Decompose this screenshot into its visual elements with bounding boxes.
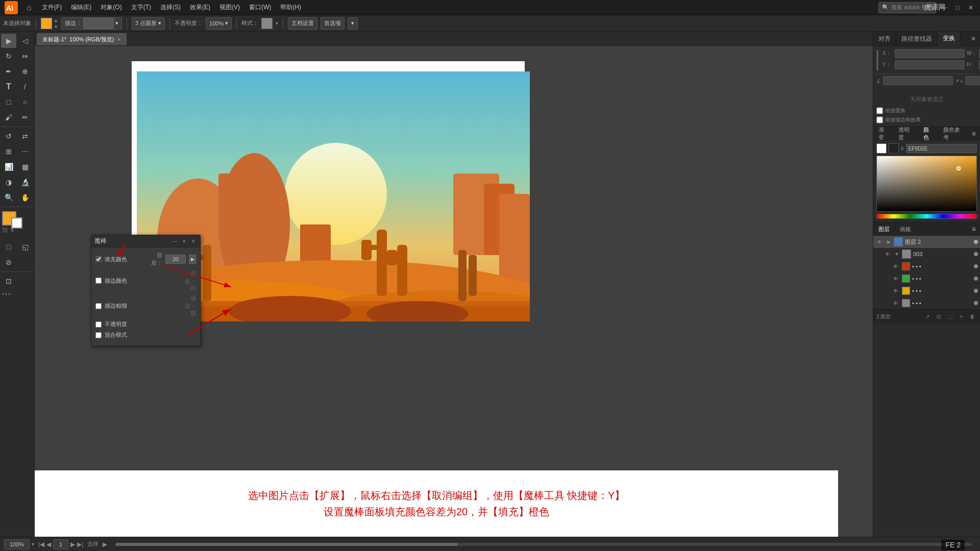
opacity-checkbox[interactable]: [95, 321, 102, 328]
layer-2-item[interactable]: 👁 ▶ 图层 2: [873, 236, 980, 248]
scale-corners-checkbox[interactable]: [876, 107, 883, 114]
reference-point-grid[interactable]: [876, 50, 878, 70]
none-swatch[interactable]: ⊘: [1, 255, 16, 269]
layer-green-eye-icon[interactable]: 👁: [892, 274, 900, 283]
layer-color-red[interactable]: 👁 • • •: [873, 260, 980, 272]
prefs-extra-btn[interactable]: ▾: [348, 17, 358, 30]
rotate-tool[interactable]: ↻: [1, 49, 16, 63]
doc-settings-btn[interactable]: 文档设置: [288, 17, 317, 30]
tab-layers[interactable]: 图层: [873, 222, 895, 236]
tab-artboards[interactable]: 画板: [895, 222, 916, 236]
x-input[interactable]: [895, 49, 965, 58]
point-selector[interactable]: 3 点圆形 ▾: [132, 17, 165, 30]
layer-003-item[interactable]: 👁 ▼ 003: [873, 248, 980, 260]
close-btn[interactable]: ✕: [966, 3, 976, 13]
pen-tool[interactable]: ✒: [1, 64, 16, 79]
home-icon[interactable]: ⌂: [21, 1, 37, 15]
gradient-tool[interactable]: ◑: [1, 175, 16, 189]
layer-003-eye-icon[interactable]: 👁: [884, 250, 892, 258]
maximize-btn[interactable]: □: [952, 3, 963, 13]
layer-color-gray[interactable]: 👁 • • •: [873, 297, 980, 309]
tab-close-btn[interactable]: ✕: [117, 37, 121, 42]
panel-minimize-btn[interactable]: —: [172, 238, 179, 245]
eyedropper-tool[interactable]: 🔬: [17, 175, 33, 189]
y-input[interactable]: [895, 60, 965, 69]
layer-yellow-eye-icon[interactable]: 👁: [892, 287, 900, 295]
page-first-btn[interactable]: |◀: [38, 541, 44, 548]
menu-file[interactable]: 文件(F): [38, 2, 66, 13]
color-picker-dot[interactable]: [957, 166, 961, 170]
mirror-tool[interactable]: ⇄: [17, 129, 33, 143]
black-swatch[interactable]: [889, 143, 899, 154]
color-gradient-picker[interactable]: [876, 156, 977, 212]
menu-select[interactable]: 选择(S): [156, 2, 185, 13]
layer-color-green[interactable]: 👁 • • •: [873, 272, 980, 285]
gradient-swatch[interactable]: ◱: [17, 240, 33, 254]
line-tool[interactable]: /: [17, 80, 33, 94]
scale-tool[interactable]: ⊞: [1, 144, 16, 159]
rect-tool[interactable]: □: [1, 95, 16, 109]
brush-tool[interactable]: 🖌: [1, 110, 16, 124]
play-btn[interactable]: ▶: [103, 541, 107, 548]
shear-input[interactable]: [965, 76, 980, 85]
transform-tool[interactable]: ⇔: [17, 49, 33, 63]
hex-input[interactable]: [906, 144, 977, 153]
pencil-tool[interactable]: ✏: [17, 110, 33, 124]
menu-text[interactable]: 文字(T): [127, 2, 155, 13]
layers-delete-btn[interactable]: 🗑: [968, 312, 977, 321]
swap-colors-icon[interactable]: ⇅: [10, 228, 14, 233]
background-color[interactable]: [11, 217, 22, 229]
zoom-tool[interactable]: 🔍: [1, 190, 16, 205]
menu-edit[interactable]: 编辑(E): [67, 2, 95, 13]
menu-object[interactable]: 对象(O): [96, 2, 126, 13]
anchor-tool[interactable]: ⊕: [17, 64, 33, 79]
layers-navigate-btn[interactable]: ↗: [923, 312, 932, 321]
fill-tolerance-increase-btn[interactable]: ▶: [189, 255, 196, 264]
tab-gradient[interactable]: 渐变: [873, 127, 893, 140]
artboard-tool[interactable]: ⊡: [1, 274, 16, 288]
stroke-width-checkbox[interactable]: [95, 303, 102, 309]
layer-red-eye-icon[interactable]: 👁: [892, 262, 900, 270]
fill-tolerance-input[interactable]: [165, 255, 186, 264]
opacity-value[interactable]: 100% ▾: [206, 17, 232, 30]
white-swatch[interactable]: [876, 143, 887, 154]
select-tool[interactable]: ▶: [1, 34, 16, 48]
scale-strokes-checkbox[interactable]: [876, 116, 883, 123]
right-panel-close[interactable]: ✕: [967, 32, 980, 45]
fill-color-swatch[interactable]: [41, 18, 52, 29]
graph-tool[interactable]: 📊: [1, 160, 16, 174]
tab-color[interactable]: 颜色: [918, 127, 938, 140]
ellipse-tool[interactable]: ○: [17, 95, 33, 109]
layers-make-clip-btn[interactable]: ⊡: [934, 312, 943, 321]
page-last-btn[interactable]: ▶|: [77, 541, 83, 548]
hue-slider[interactable]: [876, 214, 977, 219]
direct-select-tool[interactable]: ◁: [17, 34, 33, 48]
tab-transparency[interactable]: 透明度: [893, 127, 918, 140]
more-tools[interactable]: • • •: [1, 289, 33, 299]
stroke-color-checkbox[interactable]: [95, 278, 102, 284]
hand-tool[interactable]: ✋: [17, 190, 33, 205]
layer-003-expand-icon[interactable]: ▼: [894, 251, 900, 257]
layer-2-expand-icon[interactable]: ▶: [886, 239, 892, 245]
page-prev-btn[interactable]: ◀: [46, 541, 51, 548]
warp-tool[interactable]: ⋯: [17, 144, 33, 159]
layers-new-btn[interactable]: +: [957, 312, 966, 321]
menu-effect[interactable]: 效果(E): [186, 2, 214, 13]
tab-color-ref[interactable]: 颜色参考: [938, 127, 968, 140]
document-tab[interactable]: 未标题-1* 100% (RGB/预览) ✕: [37, 33, 127, 45]
stroke-selector[interactable]: 描边： ▾: [61, 17, 122, 30]
color-panel-menu[interactable]: ≡: [968, 130, 980, 138]
menu-view[interactable]: 视图(V): [215, 2, 244, 13]
panel-close-btn[interactable]: ✕: [181, 238, 188, 245]
tab-pathfinder[interactable]: 路径查找器: [896, 32, 938, 46]
menu-window[interactable]: 窗口(W): [245, 2, 275, 13]
preferences-btn[interactable]: 首选项: [321, 17, 345, 30]
text-tool[interactable]: T: [1, 80, 16, 94]
panel-menu-btn[interactable]: ≡: [190, 238, 197, 245]
menu-help[interactable]: 帮助(H): [276, 2, 305, 13]
zoom-input[interactable]: [4, 539, 30, 549]
style-swatch[interactable]: [261, 18, 273, 29]
fill-color-checkbox[interactable]: [95, 256, 102, 262]
progress-bar[interactable]: [115, 543, 972, 546]
layer-gray-eye-icon[interactable]: 👁: [892, 299, 900, 307]
